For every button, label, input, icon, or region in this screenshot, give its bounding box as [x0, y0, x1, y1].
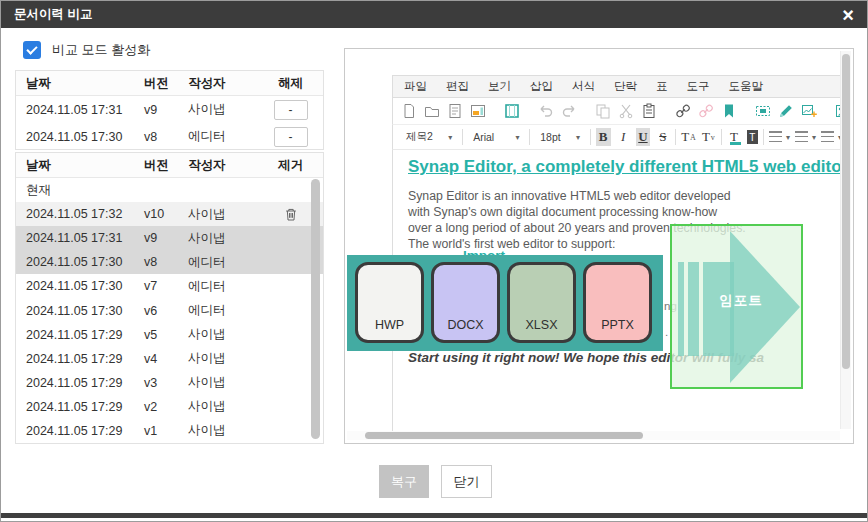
menu-item-1[interactable]: 편집 — [446, 79, 469, 94]
restore-button[interactable]: 복구 — [379, 465, 429, 498]
chevron-down-icon: ▾ — [515, 133, 519, 142]
menu-item-6[interactable]: 표 — [656, 79, 668, 94]
format-card-xlsx: XLSX — [507, 262, 576, 343]
scrollbar-thumb[interactable] — [365, 432, 643, 439]
font-size-dropdown[interactable]: 18pt ▾ — [535, 128, 585, 146]
italic-button[interactable]: I — [616, 128, 631, 146]
selected-table-row[interactable]: 2024.11.05 17:31v9사이냅- — [16, 96, 323, 123]
document-preview-pane: 파일편집보기삽입서식단락표도구도움말 제목2 ▾ Arial ▾ 18pt ▾ … — [344, 48, 854, 444]
bookmark-icon[interactable] — [721, 103, 737, 119]
history-table-row[interactable]: 2024.11.05 17:30v6에디터 — [16, 298, 323, 322]
history-table-row[interactable]: 2024.11.05 17:29v2사이냅 — [16, 395, 323, 419]
bullet-list-icon[interactable]: ▾ — [769, 131, 790, 143]
link-icon[interactable] — [675, 103, 691, 119]
unlink-icon[interactable] — [698, 103, 714, 119]
release-cell: - — [258, 127, 323, 147]
cut-icon[interactable] — [618, 103, 634, 119]
history-table-row[interactable]: 2024.11.05 17:29v4사이냅 — [16, 347, 323, 371]
paragraph-line: Synap Editor is an innovative HTML5 web … — [408, 188, 746, 204]
paste-icon[interactable] — [641, 103, 657, 119]
text-color-icon[interactable]: T — [727, 128, 742, 146]
history-table-row[interactable]: 2024.11.05 17:29v1사이냅 — [16, 419, 323, 443]
undo-icon[interactable] — [538, 103, 554, 119]
history-table-row[interactable]: 현재 — [16, 178, 323, 202]
format-cards-band: HWPDOCXXLSXPPTX — [347, 255, 663, 351]
history-table-rows: 현재2024.11.05 17:32v10사이냅2024.11.05 17:31… — [16, 178, 323, 443]
preview-vertical-scrollbar[interactable] — [840, 51, 851, 429]
history-table-scrollbar[interactable] — [311, 179, 321, 439]
history-table-row[interactable]: 2024.11.05 17:29v3사이냅 — [16, 371, 323, 395]
indent-list-icon[interactable]: ▾ — [821, 131, 842, 143]
toolbar-divider — [590, 129, 591, 145]
format-card-pptx: PPTX — [583, 262, 652, 343]
date-cell: 2024.11.05 17:30 — [16, 130, 144, 144]
scrollbar-thumb[interactable] — [842, 54, 850, 369]
paragraph-style-dropdown[interactable]: 제목2 ▾ — [401, 128, 457, 146]
menu-item-5[interactable]: 단락 — [614, 79, 637, 94]
format-card-label: HWP — [375, 318, 404, 332]
version-cell: v1 — [144, 424, 188, 438]
import-arrow-overlay: 임포트 — [670, 224, 803, 389]
menu-item-4[interactable]: 서식 — [572, 79, 595, 94]
frame-icon[interactable] — [504, 103, 520, 119]
header-date: 날짜 — [16, 75, 144, 92]
header-release: 해제 — [258, 75, 323, 92]
template-icon[interactable] — [470, 103, 486, 119]
selected-table-rows: 2024.11.05 17:31v9사이냅-2024.11.05 17:30v8… — [16, 96, 323, 150]
release-button[interactable]: - — [274, 100, 308, 120]
date-cell: 2024.11.05 17:29 — [16, 376, 144, 390]
history-table-row[interactable]: 2024.11.05 17:29v5사이냅 — [16, 323, 323, 347]
date-cell: 2024.11.05 17:29 — [16, 352, 144, 366]
menu-item-7[interactable]: 도구 — [687, 79, 710, 94]
redo-icon[interactable] — [561, 103, 577, 119]
import-arrow-label: 임포트 — [698, 292, 784, 310]
font-name-value: Arial — [473, 131, 494, 143]
toolbar-divider — [529, 129, 530, 145]
font-shrink-icon[interactable]: Tv — [701, 128, 716, 146]
font-grow-icon[interactable]: TA — [681, 128, 696, 146]
toolbar-divider — [675, 129, 676, 145]
copy-icon[interactable] — [595, 103, 611, 119]
compare-mode-checkbox[interactable] — [23, 41, 41, 59]
trash-icon[interactable] — [284, 207, 298, 222]
image-add-icon[interactable] — [801, 103, 817, 119]
date-cell: 2024.11.05 17:32 — [16, 207, 144, 221]
menu-item-0[interactable]: 파일 — [404, 79, 427, 94]
format-card-hwp: HWP — [355, 262, 424, 343]
history-table-row[interactable]: 2024.11.05 17:30v8에디터 — [16, 250, 323, 274]
ocr-icon[interactable] — [755, 103, 771, 119]
new-document-icon[interactable] — [401, 103, 417, 119]
author-cell: 사이냅 — [188, 230, 258, 247]
open-icon[interactable] — [424, 103, 440, 119]
menu-item-8[interactable]: 도움말 — [729, 79, 764, 94]
font-name-dropdown[interactable]: Arial ▾ — [468, 128, 524, 146]
editor-icon-toolbar — [392, 98, 842, 124]
version-cell: v2 — [144, 400, 188, 414]
paragraph-line: with Synap's own digital document proces… — [408, 204, 746, 220]
history-table-row[interactable]: 2024.11.05 17:30v7에디터 — [16, 274, 323, 298]
date-cell: 2024.11.05 17:29 — [16, 400, 144, 414]
highlight-color-icon[interactable]: T — [747, 130, 759, 144]
menu-item-2[interactable]: 보기 — [488, 79, 511, 94]
strikethrough-button[interactable]: S — [655, 128, 670, 146]
version-cell: v8 — [144, 255, 188, 269]
selected-table-row[interactable]: 2024.11.05 17:30v8에디터- — [16, 123, 323, 150]
underline-button[interactable]: U — [636, 128, 651, 146]
history-table-row[interactable]: 2024.11.05 17:32v10사이냅 — [16, 202, 323, 226]
toolbar-divider — [721, 129, 722, 145]
scrollbar-thumb[interactable] — [311, 179, 320, 439]
menu-item-3[interactable]: 삽입 — [530, 79, 553, 94]
date-cell: 2024.11.05 17:29 — [16, 328, 144, 342]
release-button[interactable]: - — [274, 127, 308, 147]
close-button[interactable]: 닫기 — [441, 465, 492, 498]
author-cell: 사이냅 — [188, 350, 258, 367]
bold-button[interactable]: B — [596, 128, 611, 146]
numbered-list-icon[interactable]: ▾ — [795, 131, 816, 143]
history-table-row[interactable]: 2024.11.05 17:31v9사이냅 — [16, 226, 323, 250]
edit-pen-icon[interactable] — [778, 103, 794, 119]
preview-horizontal-scrollbar[interactable] — [347, 431, 840, 440]
header-remove: 제거 — [258, 157, 323, 174]
close-icon[interactable]: × — [842, 5, 854, 25]
dialog-titlebar: 문서이력 비교 × — [1, 1, 867, 28]
document-icon[interactable] — [447, 103, 463, 119]
